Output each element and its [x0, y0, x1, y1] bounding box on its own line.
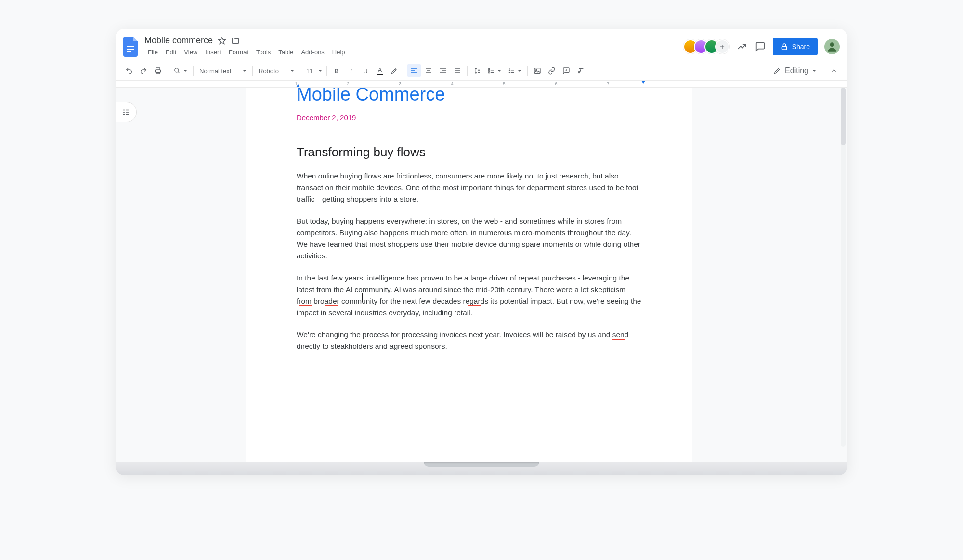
- ruler[interactable]: 1234567: [116, 81, 847, 88]
- app-header: Mobile commerce File Edit View Insert Fo…: [116, 29, 847, 61]
- svg-point-11: [509, 70, 510, 71]
- comment-history-icon[interactable]: [755, 41, 766, 52]
- svg-rect-1: [127, 49, 134, 50]
- clear-formatting-button[interactable]: [574, 64, 587, 77]
- pencil-icon: [773, 67, 781, 75]
- bold-button[interactable]: B: [330, 64, 343, 77]
- ruler-tick: 2: [347, 81, 349, 86]
- align-center-button[interactable]: [422, 64, 435, 77]
- suggestion-lot-skepticism[interactable]: lot skepticism: [581, 285, 625, 294]
- menu-tools[interactable]: Tools: [253, 47, 274, 58]
- highlight-button[interactable]: [388, 64, 401, 77]
- workspace: Mobile Commerce December 2, 2019 Transfo…: [116, 88, 847, 462]
- share-label: Share: [792, 43, 810, 51]
- docs-icon: [123, 37, 139, 57]
- docs-logo[interactable]: [121, 34, 141, 59]
- doc-heading: Transforming buy flows: [297, 145, 641, 160]
- print-button[interactable]: [151, 64, 165, 77]
- suggestion-was[interactable]: was: [403, 285, 416, 294]
- toolbar: Normal text Roboto 11 B I U A: [116, 61, 847, 81]
- move-icon[interactable]: [231, 37, 240, 45]
- ruler-tick: 3: [399, 81, 401, 86]
- svg-rect-3: [782, 46, 786, 50]
- ruler-tick: 4: [451, 81, 453, 86]
- menu-help[interactable]: Help: [329, 47, 349, 58]
- ruler-tick: 6: [555, 81, 557, 86]
- lock-icon: [781, 43, 788, 51]
- insert-link-button[interactable]: [545, 64, 559, 77]
- activity-icon[interactable]: [736, 41, 748, 52]
- suggestion-were[interactable]: were: [556, 285, 573, 294]
- font-size-value: 11: [303, 64, 316, 77]
- ruler-tick: 1: [295, 81, 297, 86]
- menu-bar: File Edit View Insert Format Tools Table…: [144, 47, 349, 58]
- menu-insert[interactable]: Insert: [202, 47, 224, 58]
- document-page[interactable]: Mobile Commerce December 2, 2019 Transfo…: [246, 88, 692, 462]
- document-title[interactable]: Mobile commerce: [144, 36, 213, 46]
- insert-comment-button[interactable]: [560, 64, 573, 77]
- ruler-tick: 5: [503, 81, 505, 86]
- avatar-more[interactable]: [715, 39, 729, 54]
- editing-mode-select[interactable]: Editing: [768, 64, 821, 77]
- star-icon[interactable]: [218, 37, 226, 45]
- svg-rect-13: [534, 68, 540, 74]
- font-label: Roboto: [259, 67, 287, 75]
- suggestion-send[interactable]: send: [612, 331, 629, 340]
- align-justify-button[interactable]: [451, 64, 464, 77]
- paragraph-style-select[interactable]: Normal text: [196, 64, 249, 77]
- svg-rect-5: [156, 70, 161, 72]
- laptop-base: [116, 462, 847, 475]
- suggestion-regards[interactable]: regards: [463, 297, 488, 306]
- screen: Mobile commerce File Edit View Insert Fo…: [116, 29, 847, 462]
- doc-paragraph-4: We're changing the process for processin…: [297, 329, 641, 352]
- align-right-button[interactable]: [436, 64, 450, 77]
- doc-paragraph-2: But today, buying happens everywhere: in…: [297, 216, 641, 262]
- suggestion-steakholders[interactable]: steakholders: [331, 342, 373, 351]
- collaborator-avatars[interactable]: [683, 39, 729, 54]
- doc-paragraph-3: In the last few years, intelligence has …: [297, 272, 641, 318]
- paragraph-style-label: Normal text: [199, 67, 231, 75]
- svg-point-10: [509, 68, 510, 69]
- svg-point-6: [175, 68, 179, 72]
- insert-image-button[interactable]: [531, 64, 544, 77]
- menu-table[interactable]: Table: [275, 47, 297, 58]
- font-select[interactable]: Roboto: [256, 64, 297, 77]
- share-button[interactable]: Share: [773, 38, 818, 55]
- italic-button[interactable]: I: [344, 64, 358, 77]
- laptop-frame: Mobile commerce File Edit View Insert Fo…: [116, 29, 847, 475]
- account-avatar[interactable]: [824, 39, 840, 54]
- menu-edit[interactable]: Edit: [162, 47, 180, 58]
- suggestion-from-broader[interactable]: from broader: [297, 297, 339, 306]
- menu-addons[interactable]: Add-ons: [298, 47, 327, 58]
- svg-rect-2: [127, 51, 131, 52]
- svg-rect-9: [489, 72, 490, 73]
- ruler-tick: 7: [607, 81, 609, 86]
- svg-point-12: [509, 72, 510, 73]
- svg-rect-8: [489, 70, 490, 71]
- menu-format[interactable]: Format: [225, 47, 252, 58]
- svg-point-4: [830, 42, 834, 47]
- ruler-right-indent[interactable]: [641, 81, 645, 84]
- zoom-select[interactable]: [171, 64, 190, 77]
- svg-rect-7: [489, 68, 490, 69]
- menu-file[interactable]: File: [144, 47, 161, 58]
- underline-button[interactable]: U: [359, 64, 372, 77]
- doc-title-text: Mobile Commerce: [297, 88, 641, 105]
- svg-rect-0: [127, 46, 134, 47]
- vertical-scrollbar[interactable]: [841, 88, 846, 447]
- line-spacing-button[interactable]: [470, 64, 484, 77]
- menu-view[interactable]: View: [181, 47, 201, 58]
- editing-mode-label: Editing: [785, 66, 808, 75]
- text-color-button[interactable]: A: [373, 64, 387, 77]
- doc-date: December 2, 2019: [297, 114, 641, 122]
- redo-button[interactable]: [137, 64, 150, 77]
- checklist-button[interactable]: [485, 64, 504, 77]
- doc-paragraph-1: When online buying flows are frictionles…: [297, 170, 641, 205]
- undo-button[interactable]: [122, 64, 136, 77]
- document-outline-toggle[interactable]: [116, 102, 137, 122]
- collapse-toolbar-button[interactable]: [827, 64, 841, 77]
- bulleted-list-button[interactable]: [505, 64, 524, 77]
- align-left-button[interactable]: [407, 64, 421, 77]
- font-size-select[interactable]: 11: [303, 64, 324, 77]
